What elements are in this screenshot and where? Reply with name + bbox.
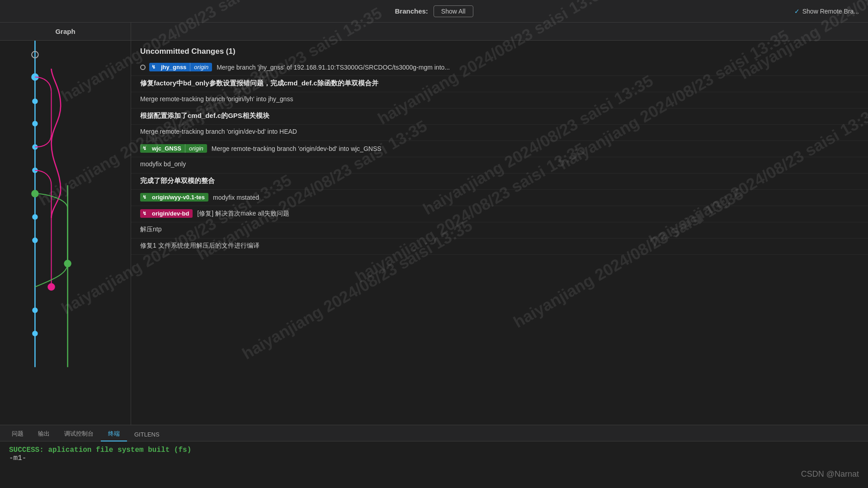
show-all-button[interactable]: Show All (434, 5, 473, 17)
commits-panel: Uncommitted Changes (1) ↯ jhy_gnss origi… (131, 23, 868, 425)
main-content: Graph (0, 23, 868, 425)
svg-point-13 (33, 308, 37, 312)
branch-tag-dev-bd: ↯ origin/dev-bd (140, 209, 193, 218)
show-remote-branches-button[interactable]: ✓ Show Remote Bra... (794, 8, 859, 15)
commit-line: 解压ntp (140, 225, 161, 234)
uncommitted-changes-header: Uncommitted Changes (1) (131, 41, 868, 60)
commits-header (131, 23, 868, 41)
table-row[interactable]: ↯ wjc_GNSS origin Merge remote-tracking … (131, 141, 868, 157)
top-toolbar: Branches: Show All ✓ Show Remote Bra... (0, 0, 868, 23)
check-icon: ✓ (794, 8, 800, 15)
git-branch-icon-green: ↯ (140, 145, 148, 153)
svg-point-10 (33, 238, 37, 243)
terminal-content: SUCCESS: aplication file system built (f… (0, 441, 868, 488)
commit-line: ↯ wjc_GNSS origin Merge remote-tracking … (140, 144, 382, 153)
git-branch-icon-green2: ↯ (140, 193, 148, 202)
commit-line: 修复factory中bd_only参数设置报错问题，完成cmd_def.c除函数… (140, 79, 378, 88)
svg-point-9 (33, 215, 37, 219)
table-row[interactable]: ↯ origin/wyy-v0.1-tes modyfix mstated (131, 190, 868, 206)
graph-title: Graph (55, 28, 75, 35)
tab-issues[interactable]: 问题 (5, 427, 31, 441)
tab-terminal[interactable]: 终端 (101, 427, 127, 441)
commit-line: Merge remote-tracking branch 'origin/lyh… (140, 95, 293, 103)
table-row[interactable]: ↯ jhy_gnss origin Merge branch 'jhy_gnss… (131, 60, 868, 76)
table-row[interactable]: ↯ origin/dev-bd [修复] 解决首次make all失败问题 (131, 206, 868, 222)
tab-gitlens[interactable]: GITLENS (127, 428, 167, 441)
svg-point-14 (33, 331, 37, 336)
table-row[interactable]: 根据配置添加了cmd_def.c的GPS相关模块 (131, 108, 868, 125)
commit-line: 完成了部分单双模的整合 (140, 177, 215, 185)
commit-line: 根据配置添加了cmd_def.c的GPS相关模块 (140, 112, 269, 120)
commit-line: Merge remote-tracking branch 'origin/dev… (140, 128, 297, 135)
terminal-success-line: SUCCESS: aplication file system built (f… (9, 446, 191, 454)
terminal-line-2: -m1- (9, 454, 859, 462)
branch-tag-wyy: ↯ origin/wyy-v0.1-tes (140, 193, 208, 202)
branch-tag-jhy-gnss: ↯ jhy_gnss origin (149, 63, 212, 71)
bottom-panel: 问题 输出 调试控制台 终端 GITLENS SUCCESS: aplicati… (0, 425, 868, 488)
commit-line: modyfix bd_only (140, 160, 186, 168)
table-row[interactable]: 解压ntp (131, 222, 868, 239)
commit-line: ↯ origin/dev-bd [修复] 解决首次make all失败问题 (140, 209, 289, 218)
git-branch-icon-pink: ↯ (140, 210, 148, 218)
commit-line: ↯ origin/wyy-v0.1-tes modyfix mstated (140, 193, 259, 202)
bottom-tabs: 问题 输出 调试控制台 终端 GITLENS (0, 425, 868, 441)
terminal-line-1: SUCCESS: aplication file system built (f… (9, 446, 859, 454)
table-row[interactable]: Merge remote-tracking branch 'origin/dev… (131, 125, 868, 141)
svg-point-5 (33, 122, 37, 126)
commit-list: Uncommitted Changes (1) ↯ jhy_gnss origi… (131, 41, 868, 255)
table-row[interactable]: 修复factory中bd_only参数设置报错问题，完成cmd_def.c除函数… (131, 76, 868, 92)
git-branch-icon: ↯ (149, 63, 157, 71)
table-row[interactable]: 修复1 文件系统使用解压后的文件进行编译 (131, 239, 868, 255)
graph-svg-area (0, 41, 131, 425)
branch-tag-wjc-gnss: ↯ wjc_GNSS origin (140, 144, 207, 153)
branches-label: Branches: (395, 7, 428, 15)
commit-dot (140, 65, 146, 70)
table-row[interactable]: Merge remote-tracking branch 'origin/lyh… (131, 92, 868, 108)
commit-line: 修复1 文件系统使用解压后的文件进行编译 (140, 242, 259, 250)
show-remote-label: Show Remote Bra... (802, 8, 859, 15)
svg-point-4 (33, 99, 37, 103)
git-graph-svg (0, 41, 131, 425)
csdn-label: CSDN @Narnat (801, 469, 859, 479)
graph-header: Graph (0, 23, 131, 41)
table-row[interactable]: 完成了部分单双模的整合 (131, 174, 868, 190)
tab-debug-console[interactable]: 调试控制台 (57, 427, 101, 441)
tab-output[interactable]: 输出 (31, 427, 57, 441)
table-row[interactable]: modyfix bd_only (131, 157, 868, 174)
commit-line: ↯ jhy_gnss origin Merge branch 'jhy_gnss… (140, 63, 450, 71)
graph-panel: Graph (0, 23, 131, 425)
